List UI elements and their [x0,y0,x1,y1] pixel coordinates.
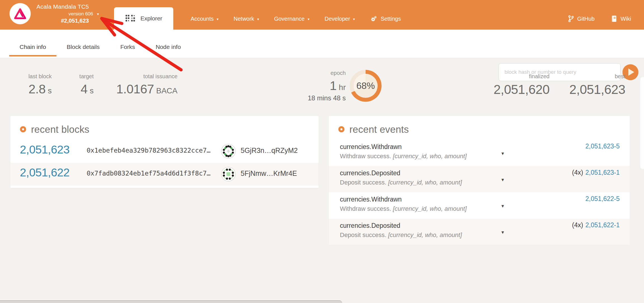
author-identicon[interactable] [221,167,236,182]
play-icon [628,68,634,76]
event-row: currencies.Withdrawn Withdraw success. [… [329,192,630,219]
event-block-link[interactable]: 2,051,623-5 [585,143,620,150]
tab-forks[interactable]: Forks [110,39,145,56]
gear-icon [370,15,377,22]
event-description: Deposit success. [currency_id, who, amou… [340,179,462,186]
block-author: 5FjNmw…KrMr4E [241,169,297,177]
recent-events-title: recent events [349,124,409,135]
event-count: (4x) [572,169,583,176]
block-author: 5GjR3n…qRZyM2 [241,146,298,155]
event-name: currencies.Deposited [340,169,400,177]
event-params: [currency_id, who, amount] [393,205,467,212]
nav-item-governance[interactable]: Governance ▾ [267,8,317,30]
event-row: currencies.Deposited Deposit success. [c… [329,219,630,245]
event-block-link[interactable]: 2,051,623-1 [585,169,620,176]
stat-best: best 2,051,623 [556,73,625,97]
block-number-link[interactable]: 2,051,623 [20,143,70,156]
expand-caret-icon[interactable]: ▾ [501,203,504,209]
card-bullet-icon [338,126,345,132]
scrollbar[interactable] [640,77,644,169]
chain-best-block: #2,051,623 [31,18,99,24]
event-name: currencies.Deposited [340,222,400,229]
event-block-link[interactable]: 2,051,622-1 [585,221,620,229]
event-name: currencies.Withdrawn [340,143,402,151]
nav-item-settings-label: Settings [381,16,401,22]
expand-caret-icon[interactable]: ▾ [501,229,504,235]
chain-selector[interactable]: Acala Mandala TC5 version 606▾ #2,051,62… [31,3,99,24]
expand-caret-icon[interactable]: ▾ [501,150,504,157]
chevron-down-icon[interactable]: ▾ [97,12,99,16]
epoch-progress: 68% [356,81,375,91]
event-params: [currency_id, who, amount] [388,231,462,238]
block-hash: 0x7fadb08324eb1ef75a4d6d1f3f8c7… [87,170,210,177]
recent-blocks-card: recent blocks 2,051,623 0x1ebefeb4ea329b… [10,116,319,188]
card-bullet-icon [20,126,26,132]
acala-logo-icon [14,7,27,20]
recent-blocks-title: recent blocks [31,124,89,135]
recent-events-card: recent events currencies.Withdrawn Withd… [329,116,630,245]
tab-block-details[interactable]: Block details [56,39,110,56]
chevron-down-icon: ▾ [217,17,219,21]
nav-item-accounts[interactable]: Accounts ▾ [183,8,226,30]
chain-version: version 606▾ [31,11,99,17]
event-count: (4x) [572,221,583,229]
event-params: [currency_id, who, amount] [388,179,462,186]
event-row: currencies.Deposited Deposit success. [c… [329,166,630,192]
nav-item-explorer[interactable]: Explorer [114,7,173,30]
chain-name: Acala Mandala TC5 [31,3,99,10]
stat-total-issuance: total issuance 1.0167BACA [92,73,177,96]
tab-node-info[interactable]: Node info [145,39,191,56]
nav-item-settings[interactable]: Settings [363,8,408,30]
tab-chain-info[interactable]: Chain info [9,39,56,56]
event-description: Withdraw success. [currency_id, who, amo… [340,153,467,160]
event-block-link[interactable]: 2,051,622-5 [585,195,620,202]
sub-nav: Chain info Block details Forks Node info [0,30,644,58]
main-nav: Accounts ▾ Network ▾ Governance ▾ Develo… [183,8,408,30]
stat-target: target 4s [61,73,94,96]
event-name: currencies.Withdrawn [340,196,402,203]
expand-caret-icon[interactable]: ▾ [501,177,504,183]
epoch-donut: 68% [350,70,382,102]
event-row: currencies.Withdrawn Withdraw success. [… [329,140,630,166]
block-row: 2,051,622 0x7fadb08324eb1ef75a4d6d1f3f8c… [10,163,319,186]
event-params: [currency_id, who, amount] [393,153,467,160]
acala-logo[interactable] [10,3,31,24]
nav-item-explorer-label: Explorer [140,15,162,22]
github-link[interactable]: GitHub [568,15,595,22]
stat-epoch: epoch 1hr 18 mins 48 s [268,70,346,102]
nav-item-network[interactable]: Network ▾ [226,8,267,30]
tabs: Chain info Block details Forks Node info [9,39,191,56]
block-number-link[interactable]: 2,051,622 [20,166,70,179]
background-window-edge [0,300,342,303]
explorer-page: Acala Mandala TC5 version 606▾ #2,051,62… [0,0,644,303]
apps-grid-icon [125,14,136,23]
block-hash: 0x1ebefeb4ea329b782963c8322cce7… [87,147,210,154]
stat-last-block: last block 2.8s [11,73,52,96]
wiki-link[interactable]: Wiki [611,15,631,22]
chevron-down-icon: ▾ [308,17,310,21]
chevron-down-icon: ▾ [257,17,259,21]
wiki-label: Wiki [621,16,631,22]
event-description: Withdraw success. [currency_id, who, amo… [340,205,467,212]
nav-item-developer[interactable]: Developer ▾ [317,8,363,30]
chevron-down-icon: ▾ [353,17,355,21]
github-label: GitHub [577,16,595,22]
header-links: GitHub Wiki [568,8,631,30]
epoch-remaining: 18 mins 48 s [268,94,346,102]
stat-finalized: finalized 2,051,620 [475,73,550,97]
author-identicon[interactable] [221,144,236,159]
block-row: 2,051,623 0x1ebefeb4ea329b782963c8322cce… [10,140,319,163]
book-icon [611,15,617,22]
app-header: Acala Mandala TC5 version 606▾ #2,051,62… [0,0,644,30]
event-description: Deposit success. [currency_id, who, amou… [340,231,462,239]
git-branch-icon [568,15,574,22]
